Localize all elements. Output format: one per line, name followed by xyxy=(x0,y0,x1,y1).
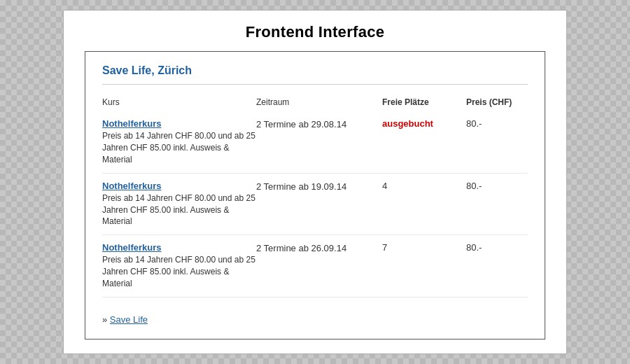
course-name-1[interactable]: Nothelferkurs xyxy=(102,118,256,129)
link-arrow: » xyxy=(102,314,107,325)
page-title: Frontend Interface xyxy=(64,10,566,51)
course-info-2: Nothelferkurs Preis ab 14 Jahren CHF 80.… xyxy=(102,181,256,227)
content-box: Save Life, Zürich Kurs Zeitraum Freie Pl… xyxy=(85,51,545,339)
table-row: Nothelferkurs Preis ab 14 Jahren CHF 80.… xyxy=(102,111,528,173)
course-desc-2: Preis ab 14 Jahren CHF 80.00 und ab 25 J… xyxy=(102,192,256,227)
table-row: Nothelferkurs Preis ab 14 Jahren CHF 80.… xyxy=(102,174,528,235)
col-kurs: Kurs xyxy=(102,97,256,107)
table-row: Nothelferkurs Preis ab 14 Jahren CHF 80.… xyxy=(102,235,528,297)
save-life-link-container: » Save Life xyxy=(102,309,528,325)
table-header: Kurs Zeitraum Freie Plätze Preis (CHF) xyxy=(102,94,528,111)
course-price-1: 80.- xyxy=(466,118,550,129)
course-places-3: 7 xyxy=(382,242,466,253)
course-desc-3: Preis ab 14 Jahren CHF 80.00 und ab 25 J… xyxy=(102,254,256,289)
course-price-2: 80.- xyxy=(466,181,550,191)
course-info-3: Nothelferkurs Preis ab 14 Jahren CHF 80.… xyxy=(102,242,256,289)
course-places-2: 4 xyxy=(382,181,466,191)
course-name-3[interactable]: Nothelferkurs xyxy=(102,242,256,253)
course-info-1: Nothelferkurs Preis ab 14 Jahren CHF 80.… xyxy=(102,118,256,165)
course-time-3: 2 Termine ab 26.09.14 xyxy=(256,242,382,255)
save-life-link[interactable]: Save Life xyxy=(110,314,148,325)
course-places-1: ausgebucht xyxy=(382,118,466,129)
page-container: Frontend Interface Save Life, Zürich Kur… xyxy=(63,10,567,354)
course-time-1: 2 Termine ab 29.08.14 xyxy=(256,118,382,131)
course-name-2[interactable]: Nothelferkurs xyxy=(102,181,256,191)
col-zeitraum: Zeitraum xyxy=(256,97,382,107)
course-desc-1: Preis ab 14 Jahren CHF 80.00 und ab 25 J… xyxy=(102,130,256,165)
col-freie-plaetze: Freie Plätze xyxy=(382,97,466,107)
org-header: Save Life, Zürich xyxy=(102,64,528,85)
col-preis: Preis (CHF) xyxy=(466,97,550,107)
course-time-2: 2 Termine ab 19.09.14 xyxy=(256,181,382,193)
course-price-3: 80.- xyxy=(466,242,550,253)
